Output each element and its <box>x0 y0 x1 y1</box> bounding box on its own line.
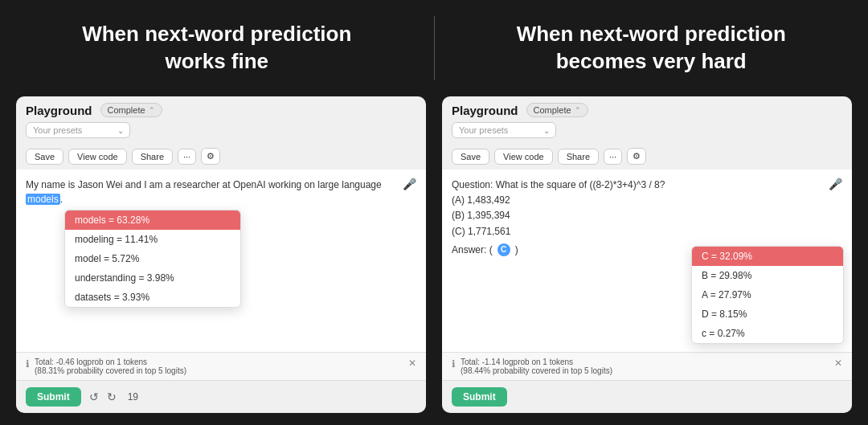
left-body-text: My name is Jason Wei and I am a research… <box>26 178 416 206</box>
right-presets-select[interactable]: Your presets <box>452 122 556 138</box>
left-badge[interactable]: Complete ⌃ <box>100 103 162 117</box>
left-panel-body: 🎤 My name is Jason Wei and I am a resear… <box>16 170 426 380</box>
right-dropdown: C = 32.09%B = 29.98%A = 27.97%D = 8.15%c… <box>691 246 844 344</box>
right-bottom-bar: ℹ Total: -1.14 logprob on 1 tokens (98.4… <box>442 352 852 380</box>
right-presets-row: Your presets ⌄ <box>452 122 842 138</box>
left-panel-header: Playground Complete ⌃ Your presets ⌄ Sav… <box>16 96 426 170</box>
right-answer-highlight: C <box>497 243 510 256</box>
left-logprob-info: ℹ Total: -0.46 logprob on 1 tokens (88.3… <box>26 358 416 375</box>
left-gear-button[interactable]: ⚙ <box>201 148 220 165</box>
right-logprob-info: ℹ Total: -1.14 logprob on 1 tokens (98.4… <box>452 358 842 375</box>
right-share-button[interactable]: Share <box>558 149 599 165</box>
panels-container: Playground Complete ⌃ Your presets ⌄ Sav… <box>0 96 868 425</box>
left-redo-icon[interactable]: ↻ <box>107 390 117 403</box>
right-close-icon[interactable]: ✕ <box>834 358 842 369</box>
top-headlines: When next-word prediction works fine Whe… <box>0 0 868 96</box>
right-mic-icon: 🎤 <box>829 178 842 190</box>
left-close-icon[interactable]: ✕ <box>408 358 416 369</box>
left-headline: When next-word prediction works fine <box>0 5 434 92</box>
left-submit-button[interactable]: Submit <box>26 387 81 407</box>
left-headline-text: When next-word prediction works fine <box>32 21 402 76</box>
left-bottom-area: ℹ Total: -0.46 logprob on 1 tokens (88.3… <box>16 352 426 380</box>
badge-arrow-icon: ⌃ <box>149 106 155 114</box>
right-logprob-text: Total: -1.14 logprob on 1 tokens (98.44%… <box>461 358 612 375</box>
right-dropdown-item[interactable]: D = 8.15% <box>692 304 843 324</box>
right-save-button[interactable]: Save <box>452 149 489 165</box>
right-bottom-area: ℹ Total: -1.14 logprob on 1 tokens (98.4… <box>442 352 852 380</box>
left-mic-icon: 🎤 <box>403 178 416 190</box>
right-headline: When next-word prediction becomes very h… <box>435 5 869 92</box>
right-panel-body: 🎤 Question: What is the square of ((8-2)… <box>442 170 852 380</box>
right-dropdown-item[interactable]: B = 29.98% <box>692 266 843 285</box>
left-logprob-text: Total: -0.46 logprob on 1 tokens (88.31%… <box>35 358 186 375</box>
right-ellipsis-button[interactable]: ··· <box>604 149 622 165</box>
right-footer: Submit <box>442 380 852 413</box>
right-info-icon: ℹ <box>452 358 456 370</box>
left-dropdown-item[interactable]: modeling = 11.41% <box>65 230 240 249</box>
right-dropdown-item[interactable]: A = 27.97% <box>692 285 843 304</box>
left-info-icon: ℹ <box>26 358 30 370</box>
left-presets-wrapper: Your presets ⌄ <box>26 122 130 138</box>
left-dropdown-item[interactable]: datasets = 3.93% <box>65 288 240 307</box>
right-toolbar: Save View code Share ··· ⚙ <box>452 143 842 170</box>
left-viewcode-button[interactable]: View code <box>68 149 127 165</box>
right-viewcode-button[interactable]: View code <box>494 149 553 165</box>
right-badge-arrow-icon: ⌃ <box>575 106 581 114</box>
right-headline-text: When next-word prediction becomes very h… <box>467 21 837 76</box>
left-dropdown-item[interactable]: understanding = 3.98% <box>65 268 240 288</box>
left-dropdown: models = 63.28%modeling = 11.41%model = … <box>64 210 241 308</box>
left-bottom-bar: ℹ Total: -0.46 logprob on 1 tokens (88.3… <box>16 352 426 380</box>
right-presets-wrapper: Your presets ⌄ <box>452 122 556 138</box>
left-panel: Playground Complete ⌃ Your presets ⌄ Sav… <box>16 96 426 413</box>
left-token-count: 19 <box>128 391 138 403</box>
left-title-row: Playground Complete ⌃ <box>26 103 416 117</box>
left-undo-icon[interactable]: ↺ <box>89 390 99 403</box>
left-dropdown-item[interactable]: models = 63.28% <box>65 210 240 230</box>
left-ellipsis-button[interactable]: ··· <box>178 149 196 165</box>
right-title-row: Playground Complete ⌃ <box>452 103 842 117</box>
right-badge[interactable]: Complete ⌃ <box>526 103 588 117</box>
left-presets-select[interactable]: Your presets <box>26 122 130 138</box>
left-toolbar: Save View code Share ··· ⚙ <box>26 143 416 170</box>
left-footer: Submit ↺ ↻ 19 <box>16 380 426 413</box>
right-gear-button[interactable]: ⚙ <box>627 148 646 165</box>
left-dropdown-item[interactable]: model = 5.72% <box>65 249 240 268</box>
right-panel-title: Playground <box>452 104 518 117</box>
left-share-button[interactable]: Share <box>132 149 173 165</box>
right-dropdown-item[interactable]: C = 32.09% <box>692 247 843 266</box>
left-highlighted-word: models <box>26 194 60 205</box>
right-dropdown-item[interactable]: c = 0.27% <box>692 324 843 343</box>
right-panel: Playground Complete ⌃ Your presets ⌄ Sav… <box>442 96 852 413</box>
right-panel-header: Playground Complete ⌃ Your presets ⌄ Sav… <box>442 96 852 170</box>
right-submit-button[interactable]: Submit <box>452 387 507 407</box>
left-presets-row: Your presets ⌄ <box>26 122 416 138</box>
left-save-button[interactable]: Save <box>26 149 63 165</box>
left-panel-title: Playground <box>26 104 92 117</box>
